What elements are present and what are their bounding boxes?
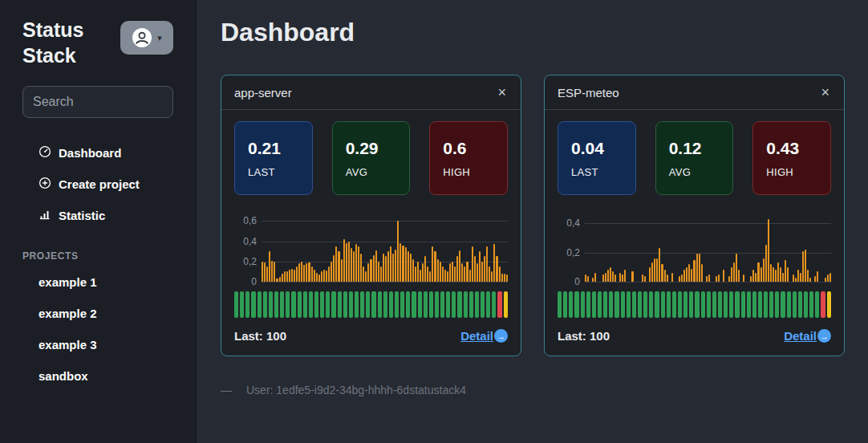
chart-bar xyxy=(825,278,826,282)
plus-circle-icon xyxy=(39,177,51,192)
status-bar-up xyxy=(406,291,410,318)
chart-bar xyxy=(461,263,463,282)
chart-bar xyxy=(688,264,690,282)
detail-link[interactable]: Detail → xyxy=(784,329,831,343)
chart-bar xyxy=(664,270,666,282)
last-count-label: Last: 100 xyxy=(234,329,286,343)
stat-label: AVG xyxy=(669,166,733,178)
chart-bar xyxy=(829,273,831,282)
chart-bar xyxy=(306,263,307,282)
stat-label: AVG xyxy=(346,166,410,178)
sidebar-nav: Dashboard Create project Statistic xyxy=(22,137,173,231)
stat-box-last: 0.04 LAST xyxy=(558,121,636,195)
chart-bar xyxy=(701,264,703,282)
chart-bar xyxy=(686,267,688,282)
status-bar-up xyxy=(440,291,444,318)
projects-list: example 1 example 2 example 3 sandbox xyxy=(22,266,173,392)
close-icon[interactable]: × xyxy=(496,85,508,100)
status-bar-warn xyxy=(504,291,508,318)
close-icon[interactable]: × xyxy=(819,85,831,100)
status-bar-up xyxy=(603,291,607,318)
chart-bar xyxy=(683,270,685,282)
chart-bar xyxy=(405,247,407,282)
status-bar-up xyxy=(632,291,636,318)
status-bar-up xyxy=(683,291,688,318)
status-bar-warn xyxy=(827,291,831,318)
search-input[interactable] xyxy=(22,86,173,118)
project-item-example-3[interactable]: example 3 xyxy=(22,329,173,360)
chart-bar xyxy=(447,271,448,282)
project-item-example-2[interactable]: example 2 xyxy=(22,298,173,329)
status-bar-up xyxy=(741,291,745,318)
status-bar-up xyxy=(338,291,342,318)
chart-bar xyxy=(348,242,350,282)
chart-bar xyxy=(400,243,401,282)
status-bar-up xyxy=(775,291,779,318)
status-bar-up xyxy=(314,291,318,318)
chart-bar xyxy=(610,267,611,282)
stat-label: HIGH xyxy=(443,166,507,178)
chart-bar xyxy=(797,270,799,282)
chart-bar xyxy=(390,246,391,282)
status-bar-up xyxy=(563,291,567,318)
status-bar-up xyxy=(781,291,785,318)
chart-bar xyxy=(298,263,300,282)
chart-bar xyxy=(770,264,772,282)
sidebar-item-statistic[interactable]: Statistic xyxy=(22,200,173,231)
y-axis-tick-label: 0,6 xyxy=(233,215,257,226)
chart-bar xyxy=(318,274,320,282)
status-bar-up xyxy=(452,291,456,318)
chart-bar xyxy=(469,270,471,282)
chart-bar xyxy=(427,266,428,282)
chart-bar xyxy=(585,274,586,282)
detail-link[interactable]: Detail → xyxy=(460,329,508,343)
project-item-sandbox[interactable]: sandbox xyxy=(22,360,173,392)
project-item-example-1[interactable]: example 1 xyxy=(22,266,173,298)
footnote-user-id: User: 1edfe5-i9d2-34bg-hhhh-6dstatustack… xyxy=(246,384,466,396)
status-bar-up xyxy=(735,291,739,318)
sidebar-item-dashboard[interactable]: Dashboard xyxy=(22,137,173,169)
project-card-app-server: app-server × 0.21 LAST 0.29 AVG 0.6 HIGH xyxy=(221,75,521,356)
stats-row: 0.21 LAST 0.29 AVG 0.6 HIGH xyxy=(234,121,508,195)
status-bar-up xyxy=(309,291,313,318)
status-bar-up xyxy=(661,291,665,318)
status-bar-up xyxy=(412,291,416,318)
sidebar: Status Stack ▾ Dashboard xyxy=(0,0,197,443)
chart-bar xyxy=(269,251,270,282)
status-bar-up xyxy=(609,291,613,318)
chart-bar xyxy=(385,256,387,282)
chart-bar xyxy=(282,274,283,282)
bars-container xyxy=(585,216,831,282)
status-bar-up xyxy=(366,291,370,318)
chart-bar xyxy=(484,256,485,282)
chart-bar xyxy=(395,250,396,282)
card-header: ESP-meteo × xyxy=(545,75,844,110)
y-axis-tick-label: 0,2 xyxy=(233,256,257,267)
status-bar-up xyxy=(269,291,273,318)
chart-bar xyxy=(308,262,310,282)
chart-bar xyxy=(397,221,399,282)
status-bar-up xyxy=(378,291,382,318)
chart-bar xyxy=(279,277,281,282)
chart-bar xyxy=(809,278,811,282)
chart-bar xyxy=(649,267,651,282)
arrow-right-circle-icon: → xyxy=(817,329,831,343)
chart-bar xyxy=(294,270,295,282)
chart-bar xyxy=(736,254,737,282)
status-bar-up xyxy=(258,291,262,318)
stat-label: LAST xyxy=(248,166,312,178)
status-bar-up xyxy=(724,291,728,318)
status-bar-up xyxy=(371,291,375,318)
user-menu-button[interactable]: ▾ xyxy=(120,21,173,55)
status-bar-up xyxy=(240,291,244,318)
app-brand: Status Stack xyxy=(22,18,111,68)
chart-bar xyxy=(454,266,456,282)
status-history-strip xyxy=(234,291,508,318)
y-axis-tick-label: 0,4 xyxy=(556,217,580,229)
chart-bar xyxy=(592,278,594,282)
status-bar-up xyxy=(655,291,659,318)
stat-label: HIGH xyxy=(766,166,830,178)
sidebar-item-create-project[interactable]: Create project xyxy=(22,169,173,200)
chart-bar xyxy=(363,266,364,282)
stat-box-last: 0.21 LAST xyxy=(234,121,313,195)
